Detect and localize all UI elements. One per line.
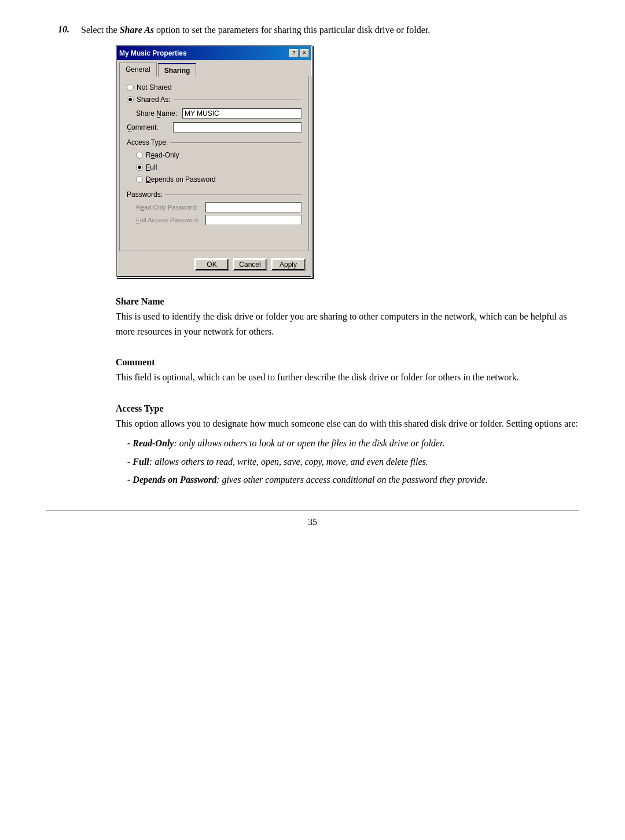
comment-label: C̲omment: (127, 122, 173, 133)
cancel-button[interactable]: Cancel (233, 258, 267, 271)
not-shared-row: Not Shared (127, 82, 302, 93)
tab-sharing[interactable]: Sharing (158, 63, 197, 77)
dialog-footer: OK Cancel Apply (117, 254, 311, 277)
step-text: Select the Share As option to set the pa… (81, 23, 430, 278)
apply-button[interactable]: Apply (271, 258, 306, 271)
shared-as-radio[interactable] (127, 96, 134, 103)
full-access-password-input[interactable] (205, 215, 302, 225)
step-10: 10. Select the Share As option to set th… (46, 23, 579, 278)
passwords-divider (165, 195, 302, 195)
shared-as-row: Shared As: (127, 94, 302, 105)
full-row: Full (127, 162, 302, 173)
step-number: 10. (46, 23, 69, 278)
shared-as-line-divider (174, 100, 302, 100)
page-divider (46, 511, 579, 511)
bullet-full-text: : allows others to read, write, open, sa… (149, 457, 428, 467)
dialog-title: My Music Properties (119, 48, 187, 58)
bullet-read-only: - Read-Only: only allows others to look … (127, 435, 579, 451)
properties-dialog: My Music Properties ? × General Sharing (116, 45, 312, 278)
read-only-row: Read-Only (127, 150, 302, 160)
spacer (127, 228, 302, 245)
close-button[interactable]: × (300, 49, 309, 57)
access-type-bullets: - Read-Only: only allows others to look … (127, 435, 579, 487)
access-type-header: Access Type: (127, 137, 302, 148)
share-name-label: Share N̲ame: (136, 108, 182, 119)
comment-heading: Comment (116, 357, 579, 368)
depends-pw-label: Depends on Password (146, 174, 216, 185)
full-label: Full (146, 162, 157, 173)
not-shared-label: Not Shared (137, 82, 172, 93)
share-name-body: This is used to identify the disk drive … (116, 309, 579, 339)
page-number: 35 (46, 517, 579, 527)
comment-input[interactable] (173, 122, 302, 133)
help-button[interactable]: ? (289, 49, 299, 57)
comment-body: This field is optional, which can be use… (116, 370, 579, 385)
access-type-body: This option allows you to designate how … (116, 416, 579, 431)
share-name-heading: Share Name (116, 296, 579, 307)
full-access-password-row: Full Access Password: (127, 215, 302, 225)
bullet-read-only-bold: - Read-Only (127, 438, 174, 448)
read-only-password-input[interactable] (205, 202, 302, 212)
read-only-password-row: Read Only Password: (127, 202, 302, 212)
titlebar-buttons: ? × (289, 49, 309, 57)
share-name-input[interactable] (182, 108, 302, 119)
bullet-full: - Full: allows others to read, write, op… (127, 454, 579, 469)
tab-general[interactable]: General (119, 63, 157, 76)
read-only-radio[interactable] (136, 152, 143, 159)
comment-row: C̲omment: (127, 122, 302, 133)
passwords-label: Passwords: (127, 189, 163, 200)
access-type-heading: Access Type (116, 404, 579, 414)
share-name-row: Share N̲ame: (127, 108, 302, 119)
shared-as-label: Shared As: (137, 94, 171, 105)
dialog-titlebar: My Music Properties ? × (117, 46, 311, 60)
access-type-label: Access Type: (127, 137, 168, 148)
access-type-divider (170, 142, 302, 143)
bullet-read-only-text: : only allows others to look at or open … (174, 438, 444, 448)
depends-pw-row: Depends on Password (127, 174, 302, 185)
read-only-label: Read-Only (146, 150, 179, 160)
full-access-password-label: Full Access Password: (136, 215, 205, 225)
dialog-wrapper: My Music Properties ? × General Sharing (116, 45, 430, 278)
dialog-body: Not Shared Shared As: Share N̲ame: (119, 76, 309, 251)
step-text-before: Select the (81, 25, 120, 35)
bullet-depends-pw-text: : gives other computers access condition… (216, 475, 488, 485)
bullet-depends-pw: - Depends on Password: gives other compu… (127, 472, 579, 487)
dialog-tabs: General Sharing (117, 60, 311, 76)
bullet-full-bold: - Full (127, 457, 149, 467)
bullet-depends-pw-bold: - Depends on Password (127, 475, 216, 485)
passwords-section: Read Only Password: Full Access Password… (127, 202, 302, 225)
step-text-after: option to set the parameters for sharing… (154, 25, 430, 35)
not-shared-radio[interactable] (127, 84, 134, 91)
depends-pw-radio[interactable] (136, 176, 143, 183)
step-share-as: Share As (120, 25, 154, 35)
ok-button[interactable]: OK (194, 258, 229, 271)
read-only-password-label: Read Only Password: (136, 203, 205, 212)
full-radio[interactable] (136, 164, 143, 171)
passwords-header: Passwords: (127, 189, 302, 200)
